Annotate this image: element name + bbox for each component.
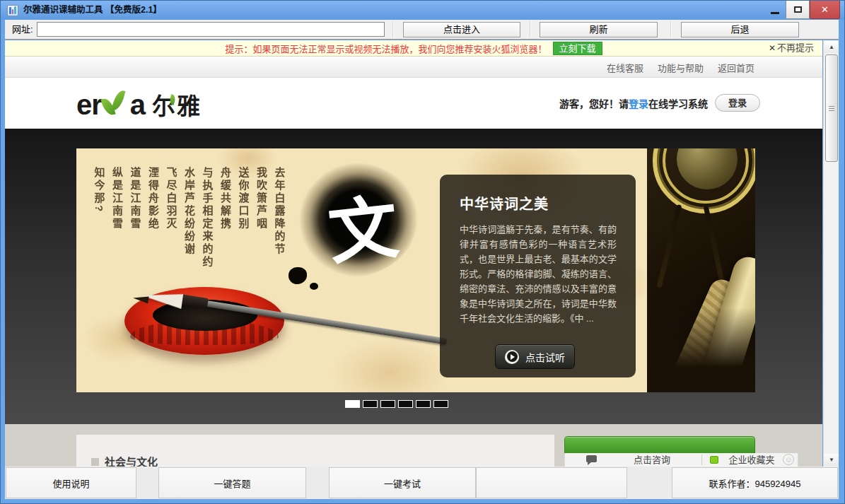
carousel-dot-2[interactable] <box>363 400 378 408</box>
site-navbar: 在线客服 功能与帮助 返回首页 <box>5 57 822 78</box>
greeting-text: 游客，您好！请登录在线学习系统 <box>559 96 708 110</box>
nav-link-home[interactable]: 返回首页 <box>718 61 754 74</box>
listen-button[interactable]: 点击试听 <box>495 344 575 369</box>
url-toolbar: 网址: 点击进入 刷新 后退 <box>5 20 839 40</box>
carousel-next-slide-preview[interactable] <box>647 148 755 392</box>
scrollbar-grip <box>829 106 834 111</box>
notice-bar: 提示：如果页面无法正常显示或视频无法播放，我们向您推荐安装火狐浏览器！ 立刻下载… <box>5 40 822 57</box>
consult-widget-header <box>564 436 755 453</box>
carousel-dots <box>345 400 448 408</box>
login-link[interactable]: 登录 <box>629 98 648 110</box>
nav-link-online-service[interactable]: 在线客服 <box>607 61 643 74</box>
toolbar-separator <box>530 21 530 38</box>
listen-button-label: 点击试听 <box>525 350 565 364</box>
consult-widget-row: 点击咨询 企业收藏夹(0) ☺ <box>564 453 798 467</box>
banner-carousel: 去年白露降的节 我吹箫芦咽 送你渡口别 舟缓共解携 与执手相定来的约 水岸芦花纷… <box>5 129 822 424</box>
slide-description: 中华诗词滥觞于先秦，是有节奏、有韵律并富有感情色彩的一种语言艺术形式，也是世界上… <box>460 222 617 326</box>
leaf-icon <box>102 88 130 121</box>
nav-link-help[interactable]: 功能与帮助 <box>658 61 704 74</box>
floor-shadow <box>647 307 755 392</box>
scrollbar-thumb[interactable] <box>825 54 838 162</box>
app-icon <box>7 5 18 16</box>
empty-panel <box>476 467 627 498</box>
close-icon: ✕ <box>821 4 829 15</box>
scroll-up-arrow[interactable]: ▲ <box>824 41 839 53</box>
bottom-toolbar: 使用说明 一键答题 一键考试 联系作者：945924945 <box>5 467 839 499</box>
browser-viewport: 在线客服 功能与帮助 返回首页 er a 尔雅 游客，您好！请登录在线学习系统 … <box>5 57 822 467</box>
globe-stand <box>704 206 726 290</box>
enter-button[interactable]: 点击进入 <box>403 22 520 37</box>
maximize-button[interactable] <box>786 1 810 19</box>
close-icon: ✕ <box>769 43 776 53</box>
back-button[interactable]: 后退 <box>681 22 799 37</box>
one-click-exam-button[interactable]: 一键考试 <box>329 467 476 498</box>
favorites-button[interactable]: 企业收藏夹(0) <box>723 453 780 467</box>
window-title: 尔雅通识课辅助工具 【免费版2.1】 <box>23 1 162 20</box>
vertical-scrollbar[interactable]: ▲ ▼ <box>823 40 839 467</box>
ink-drop <box>289 267 307 284</box>
toolbar-separator <box>670 21 671 38</box>
divider <box>701 455 702 465</box>
contact-author-label: 联系作者：945924945 <box>672 467 838 498</box>
one-click-answer-button[interactable]: 一键答题 <box>158 467 306 498</box>
carousel-dot-6[interactable] <box>433 400 448 408</box>
minimize-button[interactable] <box>764 1 786 19</box>
title-bar: 尔雅通识课辅助工具 【免费版2.1】 ✕ <box>1 1 844 20</box>
ink-character-wen: 文 <box>315 170 410 279</box>
usage-help-button[interactable]: 使用说明 <box>6 467 136 498</box>
category-panel: 社会与文化 <box>76 435 554 467</box>
site-header: er a 尔雅 游客，您好！请登录在线学习系统 登录 <box>5 78 822 129</box>
login-button[interactable]: 登录 <box>715 94 760 112</box>
carousel-dot-1[interactable] <box>345 400 360 408</box>
ink-drop <box>310 283 318 290</box>
close-button[interactable]: ✕ <box>810 1 840 19</box>
logo-text-cn: 尔雅 <box>152 88 202 122</box>
smiley-icon: ☺ <box>783 454 794 465</box>
play-icon <box>505 350 519 364</box>
consult-button[interactable]: 点击咨询 <box>607 453 697 467</box>
dismiss-notice-button[interactable]: ✕不再提示 <box>769 40 814 56</box>
poem-calligraphy: 去年白露降的节 我吹箫芦咽 送你渡口别 舟缓共解携 与执手相定来的约 水岸芦花纷… <box>86 167 285 392</box>
globe-stand <box>657 204 682 288</box>
toolbar-separator <box>392 21 393 38</box>
carousel-dot-4[interactable] <box>398 400 413 408</box>
url-input[interactable] <box>37 22 385 37</box>
slide-title: 中华诗词之美 <box>460 193 617 213</box>
minimize-icon <box>771 12 779 14</box>
scroll-down-arrow[interactable]: ▼ <box>824 454 839 466</box>
section-title: 社会与文化 <box>105 454 158 467</box>
section-bullet-icon <box>91 458 99 466</box>
logo-text-a: a <box>130 89 145 121</box>
greeting-area: 游客，您好！请登录在线学习系统 登录 <box>559 94 760 112</box>
carousel-dot-3[interactable] <box>380 400 395 408</box>
url-label: 网址: <box>12 20 33 39</box>
carousel-dot-5[interactable] <box>416 400 431 408</box>
maximize-icon <box>794 6 802 13</box>
download-firefox-button[interactable]: 立刻下载 <box>553 42 602 55</box>
status-dot-icon <box>710 456 718 464</box>
erya-logo: er a 尔雅 <box>76 88 202 121</box>
app-window: 尔雅通识课辅助工具 【免费版2.1】 ✕ 网址: 点击进入 刷新 后退 提示：如… <box>0 0 845 504</box>
notice-text: 提示：如果页面无法正常显示或视频无法播放，我们向您推荐安装火狐浏览器！ <box>225 42 547 55</box>
lower-content: 社会与文化 点击咨询 企业收藏夹(0) ☺ <box>5 424 822 467</box>
speech-bubble-icon <box>586 455 597 462</box>
refresh-button[interactable]: 刷新 <box>540 22 658 37</box>
logo-text-er: er <box>76 89 102 121</box>
